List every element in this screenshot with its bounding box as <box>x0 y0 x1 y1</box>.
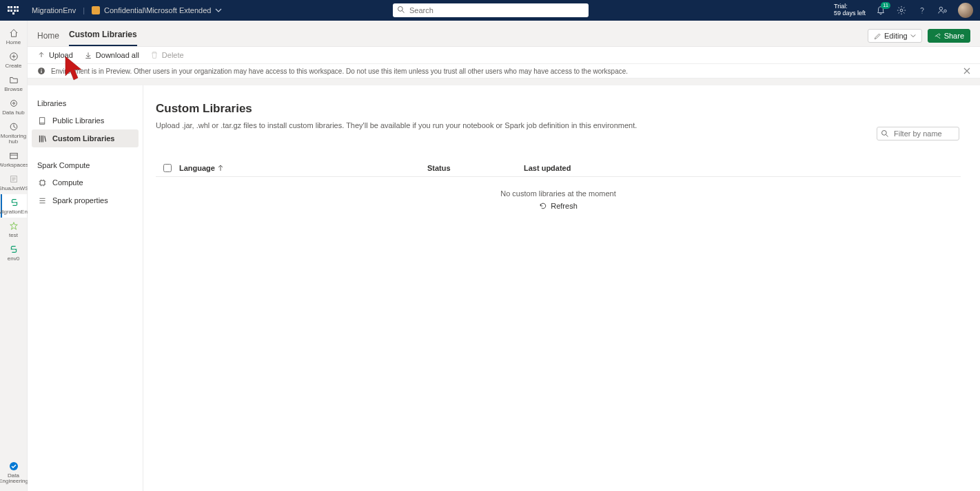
col-language[interactable]: Language <box>179 164 427 172</box>
user-avatar[interactable] <box>958 3 973 18</box>
editing-button[interactable]: Editing <box>868 29 922 43</box>
rail-label: ShuaJunWS <box>0 186 29 191</box>
sensitivity-selector[interactable]: Confidential\Microsoft Extended <box>92 6 222 14</box>
notifications-button[interactable]: 11 <box>875 5 886 16</box>
svg-line-18 <box>886 135 888 137</box>
workspace-title: MigrationEnv <box>32 6 76 14</box>
settings-side-panel: Libraries Public Libraries Custom Librar… <box>28 85 143 491</box>
rail-persona-switcher[interactable]: Data Engineering <box>1 458 27 491</box>
rail-label: MigrationEnv <box>0 209 30 215</box>
search-input[interactable] <box>393 3 589 17</box>
svg-point-17 <box>882 131 887 136</box>
breadcrumb-current[interactable]: Custom Libraries <box>69 30 137 46</box>
side-head-libraries: Libraries <box>32 95 139 112</box>
rail-migrationenv[interactable]: MigrationEnv <box>1 194 27 218</box>
svg-point-4 <box>939 7 942 10</box>
svg-line-1 <box>402 11 405 13</box>
rail-label: Data hub <box>2 110 24 116</box>
svg-rect-16 <box>40 180 45 185</box>
trial-days: 59 days left <box>834 10 866 17</box>
col-updated[interactable]: Last updated <box>524 164 662 172</box>
data-eng-icon <box>8 461 19 472</box>
toolbar: Upload Download all Delete <box>28 47 980 63</box>
rail-label: Data Engineering <box>0 473 28 484</box>
refresh-button[interactable]: Refresh <box>539 202 578 210</box>
chevron-down-icon <box>215 7 222 14</box>
empty-text: No custom libraries at the moment <box>156 189 961 198</box>
person-icon <box>938 6 948 15</box>
question-icon <box>917 6 927 15</box>
monitor-icon <box>8 121 19 132</box>
side-item-spark-props[interactable]: Spark properties <box>32 191 139 209</box>
delete-button: Delete <box>150 51 184 59</box>
close-banner-button[interactable] <box>963 67 970 74</box>
shield-icon <box>92 6 100 14</box>
svg-point-5 <box>944 10 947 12</box>
rail-label: Home <box>6 40 21 45</box>
side-label: Public Libraries <box>52 116 104 125</box>
search-icon <box>881 129 889 138</box>
svg-point-8 <box>12 103 14 105</box>
breadcrumb-home[interactable]: Home <box>37 31 59 46</box>
select-all-checkbox[interactable] <box>156 164 179 172</box>
svg-point-3 <box>921 12 922 13</box>
col-label: Language <box>179 164 215 172</box>
workspace-icon <box>8 174 19 185</box>
rail-env0[interactable]: env0 <box>1 241 27 264</box>
main-region: Home Custom Libraries Editing Share Uplo… <box>28 21 980 491</box>
rail-label: Create <box>5 63 21 69</box>
editing-label: Editing <box>884 32 908 40</box>
env-icon <box>9 197 20 208</box>
empty-state: No custom libraries at the moment Refres… <box>156 177 961 211</box>
rail-create[interactable]: Create <box>1 48 27 72</box>
svg-rect-15 <box>41 70 41 73</box>
spark-icon <box>8 220 19 231</box>
col-status[interactable]: Status <box>427 164 524 172</box>
datahub-icon <box>8 98 19 109</box>
side-item-public-libraries[interactable]: Public Libraries <box>32 112 139 129</box>
filter-box[interactable] <box>877 127 959 140</box>
upload-button[interactable]: Upload <box>37 51 73 59</box>
left-rail: Home Create Browse Data hub Monitoring h… <box>0 21 28 491</box>
rail-label: Monitoring hub <box>1 134 27 145</box>
share-button[interactable]: Share <box>928 29 970 43</box>
rail-browse[interactable]: Browse <box>1 72 27 95</box>
settings-button[interactable] <box>896 5 907 16</box>
notification-badge: 11 <box>881 2 890 9</box>
svg-rect-10 <box>10 154 17 159</box>
plus-circle-icon <box>8 51 19 62</box>
page-subtitle: Upload .jar, .whl or .tar.gz files to in… <box>156 121 961 129</box>
chevron-down-icon <box>910 33 916 39</box>
sort-asc-icon <box>218 165 223 171</box>
trial-status: Trial: 59 days left <box>834 3 866 17</box>
svg-point-0 <box>398 7 403 12</box>
list-icon <box>37 196 47 205</box>
rail-label: test <box>9 233 18 238</box>
page-title: Custom Libraries <box>156 102 961 116</box>
rail-test[interactable]: test <box>1 218 27 241</box>
rail-datahub[interactable]: Data hub <box>1 95 27 118</box>
close-icon <box>963 67 970 74</box>
home-icon <box>8 28 19 39</box>
global-search[interactable] <box>393 3 589 17</box>
rail-monitoring[interactable]: Monitoring hub <box>1 118 27 147</box>
upload-label: Upload <box>49 51 73 59</box>
side-item-custom-libraries[interactable]: Custom Libraries <box>32 129 139 147</box>
rail-shuajunws[interactable]: ShuaJunWS <box>1 171 27 194</box>
body-panel: Custom Libraries Upload .jar, .whl or .t… <box>143 85 980 491</box>
side-head-spark: Spark Compute <box>32 157 139 174</box>
rail-home[interactable]: Home <box>1 25 27 48</box>
search-icon <box>397 6 405 14</box>
gear-icon <box>897 6 906 15</box>
side-item-compute[interactable]: Compute <box>32 174 139 191</box>
filter-input[interactable] <box>877 127 959 140</box>
folder-icon <box>8 74 19 85</box>
download-label: Download all <box>96 51 139 59</box>
help-button[interactable] <box>917 5 928 16</box>
feedback-button[interactable] <box>937 5 948 16</box>
info-text: Environment is in Preview. Other users i… <box>51 67 628 75</box>
rail-workspaces[interactable]: Workspaces <box>1 147 27 171</box>
download-all-button[interactable]: Download all <box>84 51 139 59</box>
download-icon <box>84 51 92 59</box>
app-launcher-icon[interactable] <box>7 4 19 17</box>
